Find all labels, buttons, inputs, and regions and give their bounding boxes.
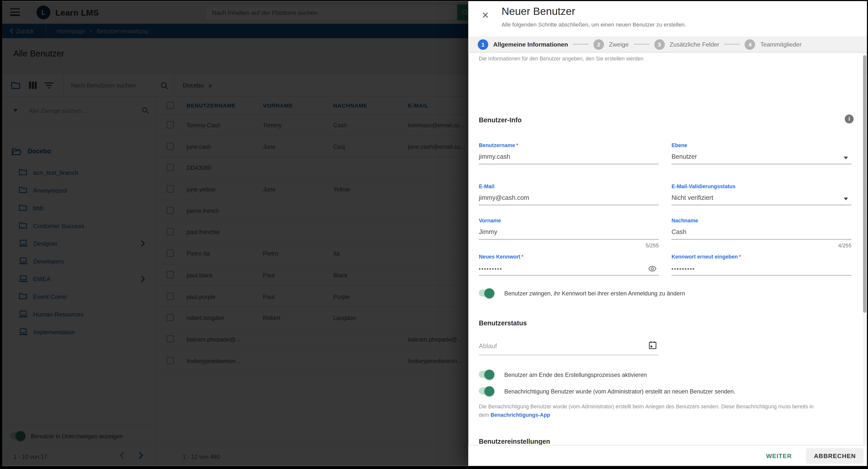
field-nachname[interactable]: Nachname Cash 4/255 — [672, 217, 851, 240]
new-user-modal: ✕ Neuer Benutzer Alle folgenden Schritte… — [468, 1, 867, 466]
field-underline — [672, 239, 851, 240]
eye-icon[interactable] — [648, 266, 657, 272]
required-asterisk: * — [516, 142, 518, 148]
wizard-steps: 1 Allgemeine Informationen 2 Zweige 3 Zu… — [468, 36, 867, 53]
char-counter: 4/255 — [838, 243, 851, 249]
field-value[interactable]: Jimmy — [479, 228, 659, 236]
field-value[interactable]: ••••••••• — [672, 264, 851, 272]
notification-toggle[interactable] — [479, 387, 493, 395]
step-number: 2 — [593, 39, 604, 50]
field-label: E-Mail — [479, 183, 494, 189]
field-repeat-password[interactable]: Kennwort erneut eingeben* ••••••••• — [672, 253, 851, 275]
field-ebene[interactable]: Ebene Benutzer — [672, 142, 851, 164]
field-underline — [479, 164, 659, 164]
calendar-icon[interactable] — [649, 341, 656, 349]
step-label: Teammitglieder — [760, 41, 802, 48]
field-underline — [672, 275, 851, 276]
required-asterisk: * — [522, 253, 523, 259]
notification-app-link[interactable]: Benachrichtigungs-App — [491, 412, 550, 418]
step-number: 3 — [654, 39, 664, 50]
step-connector — [573, 44, 589, 44]
step-connector — [724, 44, 740, 44]
notification-helper-text: Die Benachrichtigung Benutzer wurde (vom… — [479, 402, 853, 419]
force-password-toggle[interactable] — [479, 289, 493, 296]
field-value[interactable]: Cash — [672, 228, 851, 236]
step-label: Allgemeine Informationen — [493, 41, 568, 48]
field-label: Vorname — [479, 217, 501, 224]
notification-toggle-row: Benachrichtigung Benutzer wurde (vom Adm… — [479, 387, 735, 395]
field-underline — [479, 239, 659, 240]
field-value[interactable]: ••••••••• — [479, 264, 659, 272]
field-value[interactable]: jimmy@cash.com — [479, 194, 659, 202]
step-label: Zweige — [609, 41, 628, 48]
next-button[interactable]: WEITER — [766, 452, 792, 459]
screen: L Learn LMS Nach Inhalten auf der Plattf… — [0, 0, 868, 469]
helper-text: dem — [479, 412, 489, 418]
section-user-info: Benutzer-Info — [479, 116, 522, 124]
field-value[interactable]: Nicht verifiziert — [672, 194, 851, 202]
field-label: Ebene — [672, 142, 687, 148]
field-label: Kennwort erneut eingeben — [672, 253, 738, 259]
close-icon[interactable]: ✕ — [482, 10, 489, 20]
field-email[interactable]: E-Mail jimmy@cash.com — [479, 183, 659, 205]
scrollbar-thumb[interactable] — [863, 55, 866, 313]
toggle-label: Benutzer zwingen, ihr Kennwort bei ihrer… — [504, 290, 685, 296]
info-icon[interactable]: i — [845, 115, 854, 124]
helper-text: Die Benachrichtigung Benutzer wurde (vom… — [479, 403, 813, 410]
step-additional-fields[interactable]: 3 Zusätzliche Felder — [654, 39, 719, 50]
field-label: Benutzername — [479, 142, 515, 148]
field-benutzername[interactable]: Benutzername* jimmy.cash — [479, 142, 659, 164]
field-placeholder[interactable]: Ablauf — [479, 342, 659, 350]
step-number: 1 — [478, 39, 488, 50]
field-underline — [672, 164, 851, 164]
modal-header: ✕ Neuer Benutzer Alle folgenden Schritte… — [468, 1, 867, 36]
field-label: Neues Kennwort — [479, 253, 521, 259]
field-value[interactable]: Benutzer — [672, 153, 851, 161]
modal-footer: WEITER ABBRECHEN — [468, 445, 867, 466]
field-underline — [672, 205, 851, 205]
section-user-settings: Benutzereinstellungen — [479, 438, 550, 445]
step-general-info[interactable]: 1 Allgemeine Informationen — [478, 39, 568, 50]
toggle-label: Benachrichtigung Benutzer wurde (vom Adm… — [504, 387, 736, 394]
section-user-status: Benutzerstatus — [479, 319, 527, 327]
step-branches[interactable]: 2 Zweige — [593, 39, 629, 50]
step-label: Zusätzliche Felder — [670, 41, 719, 48]
field-new-password[interactable]: Neues Kennwort* ••••••••• — [479, 253, 659, 275]
caret-down-icon[interactable] — [844, 156, 848, 159]
browser-viewport: L Learn LMS Nach Inhalten auf der Plattf… — [2, 1, 867, 466]
field-label: E-Mail-Validierungsstatus — [672, 183, 736, 189]
step-connector — [634, 44, 649, 44]
char-counter: 5/255 — [646, 243, 659, 249]
activate-user-toggle[interactable] — [479, 371, 493, 378]
step-intro-text: Die Informationen für den Benutzer angeb… — [479, 55, 643, 61]
field-email-validation-status[interactable]: E-Mail-Validierungsstatus Nicht verifizi… — [672, 183, 851, 205]
cancel-button[interactable]: ABBRECHEN — [806, 448, 864, 464]
modal-title: Neuer Benutzer — [502, 5, 575, 18]
field-underline — [479, 275, 659, 276]
force-password-toggle-row: Benutzer zwingen, ihr Kennwort bei ihrer… — [479, 289, 685, 296]
caret-down-icon[interactable] — [844, 197, 848, 200]
field-underline — [479, 354, 659, 355]
field-ablauf[interactable]: Ablauf — [479, 342, 659, 355]
field-vorname[interactable]: Vorname Jimmy 5/255 — [479, 217, 659, 240]
required-asterisk: * — [739, 253, 741, 259]
field-underline — [479, 205, 659, 205]
activate-user-toggle-row: Benutzer am Ende des Erstellungsprozesse… — [479, 371, 647, 378]
modal-subtitle: Alle folgenden Schritte abschließen, um … — [502, 22, 686, 28]
toggle-label: Benutzer am Ende des Erstellungsprozesse… — [504, 371, 647, 378]
modal-scrollbar[interactable] — [863, 53, 866, 444]
step-number: 4 — [745, 39, 755, 50]
modal-body: Die Informationen für den Benutzer angeb… — [468, 53, 867, 445]
field-label: Nachname — [672, 217, 698, 224]
step-team-members[interactable]: 4 Teammitglieder — [745, 39, 802, 50]
field-value[interactable]: jimmy.cash — [479, 153, 659, 161]
